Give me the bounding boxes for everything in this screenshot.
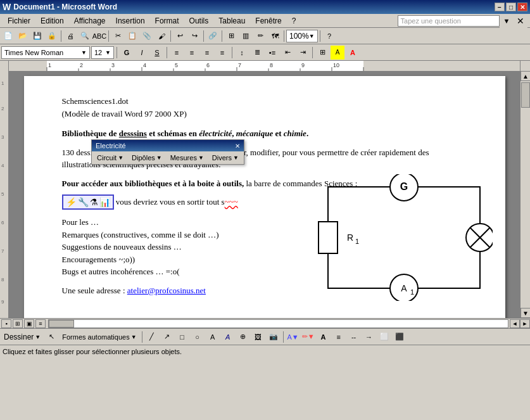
dash-style-btn[interactable]: -- xyxy=(347,330,361,344)
menu-help[interactable]: ? xyxy=(287,15,301,27)
line-tool[interactable]: ╱ xyxy=(145,330,159,344)
print-view-button[interactable]: ▣ xyxy=(24,319,34,328)
oval-tool[interactable]: ○ xyxy=(191,330,205,344)
format-painter[interactable]: 🖌 xyxy=(155,29,168,43)
inline-icon1: ⚡ xyxy=(66,197,77,207)
scroll-up-button[interactable]: ▲ xyxy=(521,71,530,81)
align-right-button[interactable]: ≡ xyxy=(200,46,214,60)
outline-view-button[interactable]: ≡ xyxy=(35,319,46,328)
drawing-toolbar: Dessiner ▼ ↖ Formes automatiques ▼ ╱ ↗ □… xyxy=(0,328,530,345)
horizontal-scroll-thumb[interactable] xyxy=(49,320,74,328)
clipart-tool[interactable]: 🖼 xyxy=(251,330,265,344)
help-btn2[interactable]: ? xyxy=(322,29,336,43)
open-button[interactable]: 📂 xyxy=(16,29,30,43)
textbox-tool[interactable]: A xyxy=(206,330,220,344)
spell-button[interactable]: ABC xyxy=(92,29,106,43)
3d-btn[interactable]: ⬛ xyxy=(393,330,407,344)
align-left-button[interactable]: ≡ xyxy=(170,46,184,60)
doc-address-link[interactable]: atelier@profcosinus.net xyxy=(127,286,206,295)
columns-button[interactable]: ▥ xyxy=(239,29,253,43)
hyperlink-button[interactable]: 🔗 xyxy=(206,29,220,43)
image-tool[interactable]: 📷 xyxy=(267,330,281,344)
document-page[interactable]: Schemsciences1.dot (Modèle de travail Wo… xyxy=(24,76,505,318)
divers-button[interactable]: Divers ▼ xyxy=(208,153,243,163)
save-button[interactable]: 💾 xyxy=(30,29,44,43)
highlight-button[interactable]: A xyxy=(331,46,344,60)
new-button[interactable]: 📄 xyxy=(1,29,15,43)
mesures-button[interactable]: Mesures ▼ xyxy=(167,153,208,163)
circuit-button[interactable]: Circuit ▼ xyxy=(93,153,127,163)
permission-button[interactable]: 🔒 xyxy=(45,29,59,43)
close-button[interactable]: ✕ xyxy=(517,3,527,11)
menu-fenetre[interactable]: Fenêtre xyxy=(250,15,286,27)
numbering-button[interactable]: ≣ xyxy=(250,46,264,60)
outside-border-button[interactable]: ⊞ xyxy=(315,46,329,60)
doc-area[interactable]: Electricité ✕ Circuit ▼ Dipôles ▼ Mesure… xyxy=(9,71,520,318)
scroll-right-button[interactable]: ► xyxy=(520,319,530,328)
underline-button[interactable]: S xyxy=(150,46,164,60)
print-button[interactable]: 🖨 xyxy=(63,29,77,43)
preview-button[interactable]: 🔍 xyxy=(78,29,92,43)
draw-menu[interactable]: Dessiner ▼ xyxy=(1,333,43,341)
zoom-dropdown[interactable]: 100%▼ xyxy=(286,30,318,42)
menu-format[interactable]: Format xyxy=(150,15,184,27)
copy-button[interactable]: 📋 xyxy=(125,29,139,43)
drawing-button[interactable]: ✏ xyxy=(253,29,267,43)
menu-fichier[interactable]: Fichier xyxy=(3,15,35,27)
paste-button[interactable]: 📎 xyxy=(140,29,154,43)
help-dropdown[interactable]: ▼ xyxy=(500,14,514,28)
scroll-thumb[interactable] xyxy=(521,82,530,108)
ruler-left-corner xyxy=(0,61,9,71)
scroll-track[interactable] xyxy=(521,81,530,308)
doc-map-button[interactable]: 🗺 xyxy=(268,29,282,43)
select-pointer[interactable]: ↖ xyxy=(44,330,58,344)
auto-shapes-menu[interactable]: Formes automatiques ▼ xyxy=(60,333,139,341)
cut-button[interactable]: ✂ xyxy=(111,29,125,43)
shadow-btn[interactable]: ⬜ xyxy=(377,330,391,344)
maximize-button[interactable]: □ xyxy=(506,3,516,11)
wordart-tool[interactable]: A xyxy=(221,330,235,344)
diagram-tool[interactable]: ⊕ xyxy=(236,330,250,344)
dipoles-button[interactable]: Dipôles ▼ xyxy=(128,153,166,163)
web-view-button[interactable]: ⊞ xyxy=(13,319,23,328)
rect-tool[interactable]: □ xyxy=(175,330,189,344)
doc-library-section: Bibliothèque de desssins et schémas en é… xyxy=(62,127,467,140)
table-button[interactable]: ⊞ xyxy=(224,29,238,43)
italic-button[interactable]: I xyxy=(135,46,149,60)
font-color-btn2[interactable]: A xyxy=(317,330,331,344)
justify-button[interactable]: ≡ xyxy=(215,46,229,60)
scroll-left-button[interactable]: ◄ xyxy=(510,319,520,328)
size-dropdown[interactable]: 12 ▼ xyxy=(91,46,114,59)
fill-color-btn[interactable]: A▼ xyxy=(286,330,300,344)
ruler-right-end xyxy=(520,61,530,71)
line-style-btn[interactable]: ≡ xyxy=(332,330,346,344)
menu-affichage[interactable]: Affichage xyxy=(69,15,111,27)
line-color-btn[interactable]: ✏▼ xyxy=(301,330,315,344)
menu-outils[interactable]: Outils xyxy=(184,15,214,27)
indent-button[interactable]: ⇥ xyxy=(296,46,310,60)
horizontal-scroll-track[interactable] xyxy=(48,319,508,328)
close-help[interactable]: ✕ xyxy=(514,14,527,28)
menu-tableau[interactable]: Tableau xyxy=(213,15,250,27)
outdent-button[interactable]: ⇤ xyxy=(281,46,294,60)
undo-button[interactable]: ↩ xyxy=(173,29,187,43)
redo-button[interactable]: ↪ xyxy=(187,29,201,43)
arrow-tool[interactable]: ↗ xyxy=(160,330,174,344)
line-spacing-button[interactable]: ↕ xyxy=(235,46,249,60)
menu-edition[interactable]: Edition xyxy=(35,15,69,27)
minimize-button[interactable]: − xyxy=(495,3,505,11)
floating-toolbar-close[interactable]: ✕ xyxy=(235,143,240,150)
title-bar-buttons[interactable]: − □ ✕ xyxy=(495,3,527,11)
bold-button[interactable]: G xyxy=(120,46,134,60)
arrow-style-btn[interactable]: → xyxy=(362,330,376,344)
align-center-button[interactable]: ≡ xyxy=(185,46,199,60)
help-search[interactable]: Tapez une question xyxy=(398,15,500,27)
font-color-button[interactable]: A xyxy=(346,46,360,60)
font-dropdown[interactable]: Times New Roman ▼ xyxy=(1,46,90,59)
svg-text:1: 1 xyxy=(410,288,414,296)
menu-insertion[interactable]: Insertion xyxy=(111,15,150,27)
floating-toolbar-title[interactable]: Electricité ✕ xyxy=(92,140,244,151)
normal-view-button[interactable]: ▪ xyxy=(1,319,11,328)
scroll-down-button[interactable]: ▼ xyxy=(521,308,530,318)
bullets-button[interactable]: •≡ xyxy=(265,46,279,60)
